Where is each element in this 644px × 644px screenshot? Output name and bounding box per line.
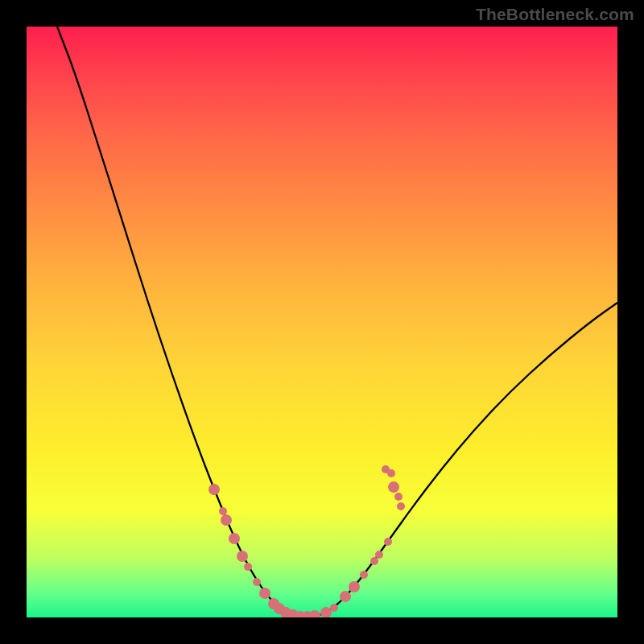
- data-marker: [253, 578, 261, 586]
- bottleneck-curve-svg: [27, 27, 617, 617]
- data-marker: [349, 581, 360, 592]
- data-marker: [320, 607, 332, 617]
- chart-frame: TheBottleneck.com: [0, 0, 644, 644]
- data-marker: [330, 604, 338, 612]
- data-marker: [237, 551, 248, 562]
- plot-area: [27, 27, 617, 617]
- watermark-text: TheBottleneck.com: [476, 5, 634, 24]
- data-marker: [384, 538, 392, 546]
- data-marker: [259, 588, 270, 599]
- data-marker: [219, 507, 227, 515]
- data-marker: [394, 493, 402, 501]
- data-marker: [360, 571, 368, 579]
- marker-cluster-right: [320, 465, 405, 617]
- data-marker: [340, 591, 351, 602]
- data-marker: [387, 469, 395, 477]
- data-marker: [375, 551, 383, 559]
- data-marker: [397, 502, 405, 510]
- data-marker: [208, 484, 220, 495]
- data-marker: [388, 481, 399, 493]
- data-marker: [244, 563, 252, 571]
- data-marker: [221, 514, 232, 526]
- data-marker: [229, 533, 240, 544]
- data-marker: [370, 557, 378, 565]
- bottleneck-curve: [57, 27, 617, 617]
- marker-cluster-left: [208, 484, 320, 617]
- data-marker: [309, 610, 320, 617]
